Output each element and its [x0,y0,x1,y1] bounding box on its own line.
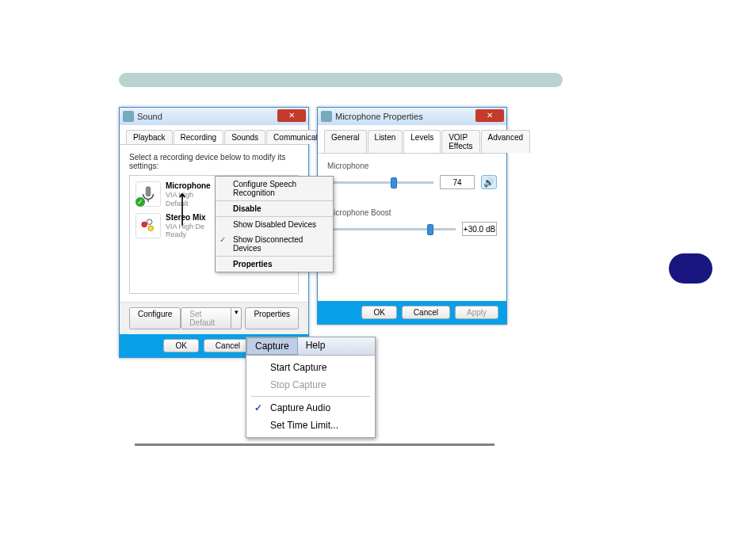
ctx-show-disabled[interactable]: Show Disabled Devices [216,216,333,232]
set-default-dropdown[interactable]: ▾ [231,307,242,329]
cancel-button[interactable]: Cancel [204,339,252,352]
tab-levels[interactable]: Levels [403,130,441,153]
close-button[interactable]: ✕ [475,109,504,122]
device-sub2: Ready [166,230,206,239]
decorative-pill-bar [119,73,563,87]
device-list[interactable]: ✓ Microphone VIA High Default Stereo Mix… [129,175,299,294]
sound-title: Sound [137,112,162,121]
microphone-icon: ✓ [136,181,161,207]
tab-advanced[interactable]: Advanced [481,130,530,153]
ctx-disable[interactable]: Disable [216,200,333,216]
ctx-properties[interactable]: Properties [216,256,333,272]
set-default-combo[interactable]: Set Default ▾ [181,307,242,329]
tab-listen[interactable]: Listen [368,130,403,153]
menu-help[interactable]: Help [298,337,334,355]
ok-button[interactable]: OK [361,306,396,319]
device-sub1: VIA High De [166,223,206,231]
tab-playback[interactable]: Playback [126,130,173,144]
capture-menu-body: Start Capture Stop Capture ✓Capture Audi… [246,356,375,437]
tab-voip[interactable]: VOIP Effects [441,130,479,153]
slider-thumb[interactable] [391,177,397,188]
mic-tabs: General Listen Levels VOIP Effects Advan… [318,125,506,154]
menu-separator [251,396,370,397]
speaker-icon[interactable]: 🔊 [481,175,497,189]
default-check-icon: ✓ [135,196,146,207]
ctx-show-disconnected-label: Show Disconnected Devices [233,235,303,253]
menu-capture-audio[interactable]: ✓Capture Audio [246,399,375,417]
cancel-button[interactable]: Cancel [402,306,450,319]
mic-titlebar[interactable]: Microphone Properties ✕ [318,108,506,125]
mic-level-group: Microphone 74 🔊 [327,162,497,189]
side-blue-pill [669,253,712,284]
apply-button[interactable]: Apply [455,306,498,319]
ctx-show-disconnected[interactable]: ✓Show Disconnected Devices [216,232,333,256]
menu-start-capture[interactable]: Start Capture [246,359,375,376]
instruction-text: Select a recording device below to modif… [129,153,299,170]
mic-body: Microphone 74 🔊 Microphone Boost +30.0 d… [318,154,506,301]
check-icon: ✓ [254,402,262,413]
mic-boost-value[interactable]: +30.0 dB [462,222,497,236]
mic-level-label: Microphone [327,162,497,170]
svg-point-4 [148,226,154,231]
mic-level-slider[interactable] [327,181,433,184]
stereomix-icon [136,213,161,238]
sound-body: Select a recording device below to modif… [120,145,308,302]
device-name: Stereo Mix [166,213,206,223]
mic-boost-slider[interactable] [327,228,456,230]
capture-menu-header: Capture Help [246,337,375,356]
mic-bottom-bar: OK Cancel Apply [318,301,506,324]
tab-general[interactable]: General [324,130,367,153]
sound-tabs: Playback Recording Sounds Communications [120,125,308,145]
sound-button-row: Configure Set Default ▾ Properties [120,302,308,334]
mic-title: Microphone Properties [335,112,423,121]
device-sub1: VIA High [166,191,211,200]
context-menu: Configure Speech Recognition Disable Sho… [215,176,334,272]
slider-thumb[interactable] [427,224,433,235]
menu-stop-capture[interactable]: Stop Capture [246,376,375,394]
sound-titlebar[interactable]: Sound ✕ [120,108,308,125]
svg-point-3 [147,219,152,224]
tab-sounds[interactable]: Sounds [224,130,265,144]
ok-button[interactable]: OK [163,339,198,352]
mic-boost-group: Microphone Boost +30.0 dB [327,208,497,236]
mic-title-icon [321,111,332,122]
menu-set-time-limit[interactable]: Set Time Limit... [246,417,375,434]
properties-button[interactable]: Properties [245,307,299,329]
menu-capture-audio-label: Capture Audio [270,402,330,413]
configure-button[interactable]: Configure [129,307,181,329]
sound-window: Sound ✕ Playback Recording Sounds Commun… [119,107,309,358]
horizontal-rule [135,444,494,446]
check-icon: ✓ [220,235,226,244]
svg-point-2 [142,222,147,227]
device-microphone-info: Microphone VIA High Default [166,181,211,208]
menu-capture[interactable]: Capture [246,337,298,355]
capture-menu: Capture Help Start Capture Stop Capture … [246,337,376,438]
device-sub2: Default [166,200,211,208]
device-stereomix-info: Stereo Mix VIA High De Ready [166,213,206,240]
ctx-configure-speech[interactable]: Configure Speech Recognition [216,177,333,200]
tab-recording[interactable]: Recording [174,130,224,144]
mic-properties-window: Microphone Properties ✕ General Listen L… [317,107,507,325]
mic-level-value[interactable]: 74 [440,175,475,189]
set-default-button[interactable]: Set Default [181,307,231,329]
svg-rect-0 [146,186,151,196]
close-button[interactable]: ✕ [277,109,306,122]
device-name: Microphone [166,181,211,191]
mic-boost-label: Microphone Boost [327,208,497,217]
sound-icon [123,111,134,122]
